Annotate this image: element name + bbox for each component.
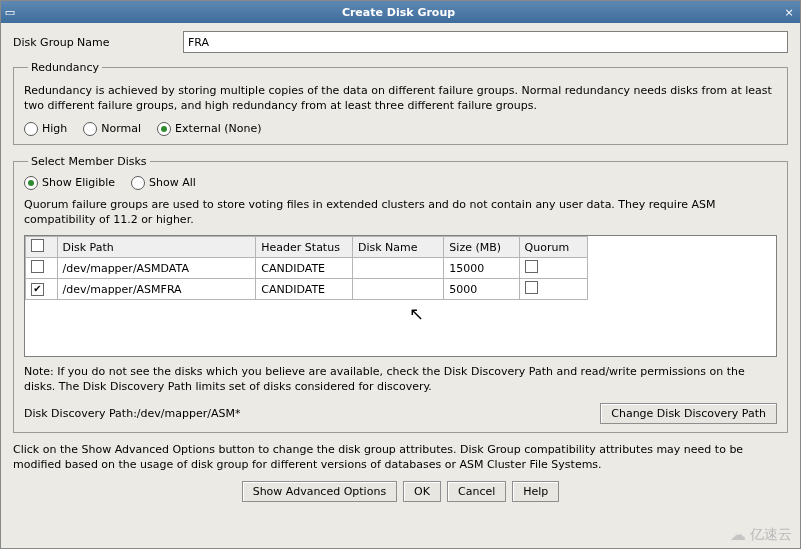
show-eligible-radio[interactable]: Show Eligible bbox=[24, 176, 115, 190]
change-discovery-path-button[interactable]: Change Disk Discovery Path bbox=[600, 403, 777, 424]
discovery-path-text: Disk Discovery Path:/dev/mapper/ASM* bbox=[24, 407, 240, 420]
disk-group-name-input[interactable] bbox=[183, 31, 788, 53]
redundancy-high-radio[interactable]: High bbox=[24, 122, 67, 136]
button-bar: Show Advanced Options OK Cancel Help bbox=[13, 481, 788, 502]
checkbox-icon bbox=[31, 239, 44, 252]
radio-label: Show Eligible bbox=[42, 176, 115, 189]
bottom-description: Click on the Show Advanced Options butto… bbox=[13, 443, 788, 473]
cell-size-mb: 15000 bbox=[444, 258, 519, 279]
cancel-button[interactable]: Cancel bbox=[447, 481, 506, 502]
disks-table-container: Disk Path Header Status Disk Name Size (… bbox=[24, 235, 777, 357]
disks-table: Disk Path Header Status Disk Name Size (… bbox=[25, 236, 588, 300]
radio-icon bbox=[24, 176, 38, 190]
select-all-header[interactable] bbox=[26, 237, 58, 258]
ok-button[interactable]: OK bbox=[403, 481, 441, 502]
content-area: Disk Group Name Redundancy Redundancy is… bbox=[1, 23, 800, 508]
watermark: ☁ 亿速云 bbox=[730, 525, 792, 544]
redundancy-normal-radio[interactable]: Normal bbox=[83, 122, 141, 136]
col-disk-path[interactable]: Disk Path bbox=[57, 237, 256, 258]
row-checkbox[interactable] bbox=[31, 260, 44, 273]
redundancy-legend: Redundancy bbox=[28, 61, 102, 74]
titlebar: ▭ Create Disk Group × bbox=[1, 1, 800, 23]
radio-label: High bbox=[42, 122, 67, 135]
radio-icon bbox=[157, 122, 171, 136]
cell-size-mb: 5000 bbox=[444, 279, 519, 300]
disk-group-name-label: Disk Group Name bbox=[13, 36, 183, 49]
quorum-description: Quorum failure groups are used to store … bbox=[24, 198, 777, 228]
redundancy-external-radio[interactable]: External (None) bbox=[157, 122, 261, 136]
discovery-path-row: Disk Discovery Path:/dev/mapper/ASM* Cha… bbox=[24, 403, 777, 424]
show-advanced-options-button[interactable]: Show Advanced Options bbox=[242, 481, 397, 502]
watermark-text: 亿速云 bbox=[750, 526, 792, 544]
quorum-checkbox[interactable] bbox=[525, 281, 538, 294]
help-button[interactable]: Help bbox=[512, 481, 559, 502]
radio-label: Normal bbox=[101, 122, 141, 135]
radio-label: External (None) bbox=[175, 122, 261, 135]
quorum-checkbox[interactable] bbox=[525, 260, 538, 273]
col-quorum[interactable]: Quorum bbox=[519, 237, 587, 258]
member-disks-legend: Select Member Disks bbox=[28, 155, 150, 168]
radio-icon bbox=[131, 176, 145, 190]
redundancy-description: Redundancy is achieved by storing multip… bbox=[24, 84, 777, 114]
col-header-status[interactable]: Header Status bbox=[256, 237, 353, 258]
col-size-mb[interactable]: Size (MB) bbox=[444, 237, 519, 258]
close-icon[interactable]: × bbox=[778, 6, 800, 19]
discovery-path-label: Disk Discovery Path: bbox=[24, 407, 137, 420]
cell-disk-name[interactable] bbox=[352, 258, 443, 279]
table-row[interactable]: /dev/mapper/ASMFRA CANDIDATE 5000 bbox=[26, 279, 588, 300]
disk-group-name-row: Disk Group Name bbox=[13, 31, 788, 53]
disk-filter-row: Show Eligible Show All bbox=[24, 176, 777, 190]
window-title: Create Disk Group bbox=[19, 6, 778, 19]
member-disks-group: Select Member Disks Show Eligible Show A… bbox=[13, 155, 788, 433]
row-checkbox[interactable] bbox=[31, 283, 44, 296]
cloud-icon: ☁ bbox=[730, 525, 746, 544]
radio-label: Show All bbox=[149, 176, 196, 189]
cell-disk-name[interactable] bbox=[352, 279, 443, 300]
redundancy-radio-row: High Normal External (None) bbox=[24, 122, 777, 136]
cell-disk-path: /dev/mapper/ASMDATA bbox=[57, 258, 256, 279]
radio-icon bbox=[24, 122, 38, 136]
discovery-note: Note: If you do not see the disks which … bbox=[24, 365, 777, 395]
table-header-row: Disk Path Header Status Disk Name Size (… bbox=[26, 237, 588, 258]
redundancy-group: Redundancy Redundancy is achieved by sto… bbox=[13, 61, 788, 145]
table-row[interactable]: /dev/mapper/ASMDATA CANDIDATE 15000 bbox=[26, 258, 588, 279]
system-menu-icon[interactable]: ▭ bbox=[1, 6, 19, 19]
cell-disk-path: /dev/mapper/ASMFRA bbox=[57, 279, 256, 300]
cell-header-status: CANDIDATE bbox=[256, 279, 353, 300]
cell-header-status: CANDIDATE bbox=[256, 258, 353, 279]
col-disk-name[interactable]: Disk Name bbox=[352, 237, 443, 258]
show-all-radio[interactable]: Show All bbox=[131, 176, 196, 190]
radio-icon bbox=[83, 122, 97, 136]
dialog-window: ▭ Create Disk Group × Disk Group Name Re… bbox=[0, 0, 801, 549]
discovery-path-value: /dev/mapper/ASM* bbox=[137, 407, 241, 420]
